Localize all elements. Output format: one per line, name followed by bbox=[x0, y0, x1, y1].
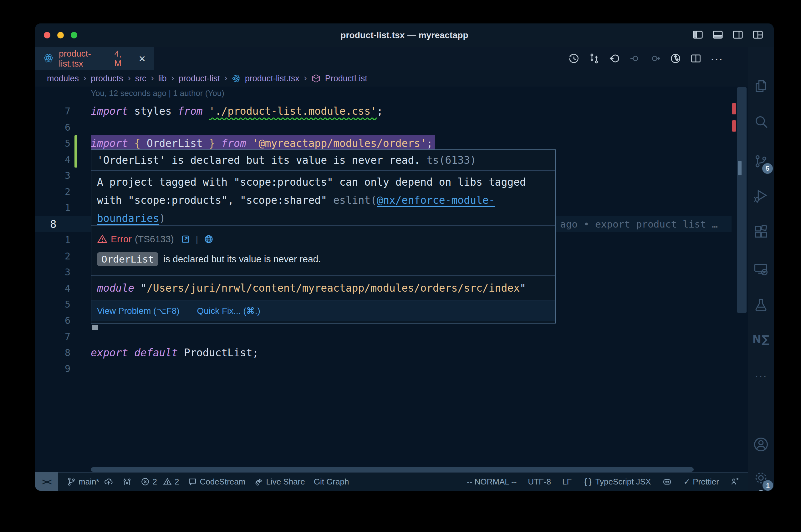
code-editor[interactable]: You, 12 seconds ago | 1 author (You) 7im… bbox=[35, 87, 748, 472]
open-external-icon[interactable] bbox=[181, 234, 190, 244]
code-token: @nx/enforce-module- bbox=[377, 194, 495, 206]
code-token bbox=[141, 137, 147, 149]
additional-views-icon[interactable]: ⋯ bbox=[754, 369, 767, 383]
code-token bbox=[203, 105, 209, 117]
live-share-label: Live Share bbox=[266, 477, 305, 487]
comment-icon bbox=[188, 477, 197, 486]
feedback-item[interactable] bbox=[730, 477, 740, 486]
discard-changes-icon[interactable] bbox=[608, 53, 620, 65]
breadcrumb-modules[interactable]: modules bbox=[47, 74, 79, 83]
warning-triangle-icon bbox=[97, 234, 108, 244]
code-token: default bbox=[134, 347, 178, 359]
toggle-sidebar-icon[interactable] bbox=[692, 29, 704, 41]
remote-indicator[interactable]: >< bbox=[35, 472, 58, 491]
breadcrumb-symbol[interactable]: ProductList bbox=[325, 74, 367, 83]
problems-item[interactable]: 2 2 bbox=[141, 477, 179, 487]
code-token: ; bbox=[426, 137, 433, 149]
eol-label: LF bbox=[562, 477, 572, 487]
line-number: 6 bbox=[35, 119, 70, 136]
code-token: " bbox=[134, 282, 147, 294]
hover-error-code: (TS6133) bbox=[135, 234, 174, 244]
close-window-button[interactable] bbox=[44, 32, 50, 38]
hover-actions: View Problem (⌥F8) Quick Fix... (⌘.) bbox=[91, 300, 555, 321]
code-line[interactable]: 6 bbox=[35, 119, 731, 136]
git-graph-item[interactable]: Git Graph bbox=[314, 477, 349, 487]
breadcrumb-src[interactable]: src bbox=[135, 74, 146, 83]
code-line[interactable]: 7 bbox=[35, 328, 731, 345]
gitlens-mode-item[interactable] bbox=[122, 477, 132, 486]
toggle-secondary-sidebar-icon[interactable] bbox=[732, 29, 744, 41]
customize-layout-icon[interactable] bbox=[752, 29, 764, 41]
line-number: 8 bbox=[35, 216, 70, 232]
breadcrumb-products[interactable]: products bbox=[91, 74, 123, 83]
branch-icon bbox=[67, 477, 76, 486]
title-bar: product-list.tsx — myreactapp bbox=[35, 23, 774, 47]
compare-changes-icon[interactable] bbox=[588, 53, 600, 65]
traffic-lights bbox=[44, 32, 77, 38]
remote-explorer-icon[interactable] bbox=[753, 261, 769, 279]
testing-icon[interactable] bbox=[753, 297, 769, 315]
code-token: ProductList; bbox=[178, 347, 258, 359]
breadcrumb-file[interactable]: product-list.tsx bbox=[245, 74, 299, 83]
hover-symbol-badge: OrderList bbox=[97, 252, 158, 266]
view-problem-action[interactable]: View Problem (⌥F8) bbox=[97, 306, 180, 316]
inline-blame: ago • export product list … bbox=[560, 216, 718, 232]
braces-icon: {} bbox=[583, 477, 593, 486]
breadcrumb-separator: › bbox=[224, 73, 227, 82]
source-control-icon[interactable]: 5 bbox=[753, 153, 769, 171]
encoding-item[interactable]: UTF-8 bbox=[528, 477, 551, 487]
code-line[interactable]: 9 bbox=[35, 361, 731, 377]
maximize-window-button[interactable] bbox=[71, 32, 77, 38]
hover-eslint-message: A project tagged with "scope:products" c… bbox=[91, 171, 555, 226]
previous-change-icon[interactable] bbox=[629, 53, 641, 65]
more-actions-icon[interactable]: ⋯ bbox=[710, 52, 723, 66]
settings-gear-icon[interactable]: 1 bbox=[752, 470, 769, 488]
code-line[interactable]: 8export default ProductList; bbox=[35, 345, 731, 361]
split-editor-icon[interactable] bbox=[690, 53, 702, 65]
git-branch-item[interactable]: main* bbox=[67, 477, 113, 487]
code-line[interactable]: 7import styles from './product-list.modu… bbox=[35, 103, 731, 119]
tab-product-list[interactable]: product-list.tsx 4, M ✕ bbox=[35, 47, 154, 70]
copilot-item[interactable] bbox=[662, 477, 672, 487]
notifications-bell-icon[interactable] bbox=[754, 488, 767, 491]
vertical-scrollbar[interactable] bbox=[737, 87, 747, 313]
nx-console-icon[interactable]: N∑ bbox=[752, 333, 770, 345]
react-icon bbox=[43, 53, 54, 65]
hover-resize-grip[interactable] bbox=[92, 325, 98, 330]
horizontal-scrollbar[interactable] bbox=[91, 467, 694, 472]
language-item[interactable]: {} TypeScript JSX bbox=[583, 477, 651, 487]
explorer-icon[interactable] bbox=[753, 78, 769, 96]
line-number: 1 bbox=[35, 232, 70, 248]
prettier-item[interactable]: ✓ Prettier bbox=[684, 477, 719, 487]
copilot-icon bbox=[662, 477, 672, 487]
eol-item[interactable]: LF bbox=[562, 477, 572, 487]
breadcrumb-separator: › bbox=[83, 73, 86, 82]
next-change-icon[interactable] bbox=[649, 53, 661, 65]
close-tab-icon[interactable]: ✕ bbox=[139, 54, 146, 64]
hover-ts-message: 'OrderList' is declared but its value is… bbox=[91, 150, 555, 171]
minimize-window-button[interactable] bbox=[57, 32, 64, 38]
quick-fix-action[interactable]: Quick Fix... (⌘.) bbox=[197, 306, 260, 316]
sliders-icon bbox=[122, 477, 132, 486]
search-icon[interactable] bbox=[753, 114, 769, 132]
code-token: { bbox=[134, 137, 141, 149]
code-text: import styles from './product-list.modul… bbox=[91, 103, 383, 119]
live-share-item[interactable]: Live Share bbox=[254, 477, 305, 487]
gitlens-codelens[interactable]: You, 12 seconds ago | 1 author (You) bbox=[91, 89, 224, 98]
account-icon[interactable] bbox=[752, 436, 769, 454]
toggle-panel-icon[interactable] bbox=[712, 29, 724, 41]
code-token bbox=[215, 137, 221, 149]
vim-mode-item[interactable]: -- NORMAL -- bbox=[467, 477, 516, 487]
line-number: 7 bbox=[35, 103, 70, 119]
prettier-label: Prettier bbox=[693, 477, 719, 487]
timeline-icon[interactable] bbox=[568, 53, 580, 65]
git-graph-action-icon[interactable] bbox=[670, 53, 681, 65]
globe-icon[interactable] bbox=[204, 234, 214, 244]
extensions-icon[interactable] bbox=[753, 224, 769, 241]
code-token: module bbox=[97, 282, 134, 294]
vscode-window: product-list.tsx — myreactapp bbox=[35, 23, 774, 491]
codestream-item[interactable]: CodeStream bbox=[188, 477, 245, 487]
breadcrumb-product-list[interactable]: product-list bbox=[179, 74, 220, 83]
run-debug-icon[interactable] bbox=[753, 188, 769, 205]
breadcrumb-lib[interactable]: lib bbox=[158, 74, 167, 83]
